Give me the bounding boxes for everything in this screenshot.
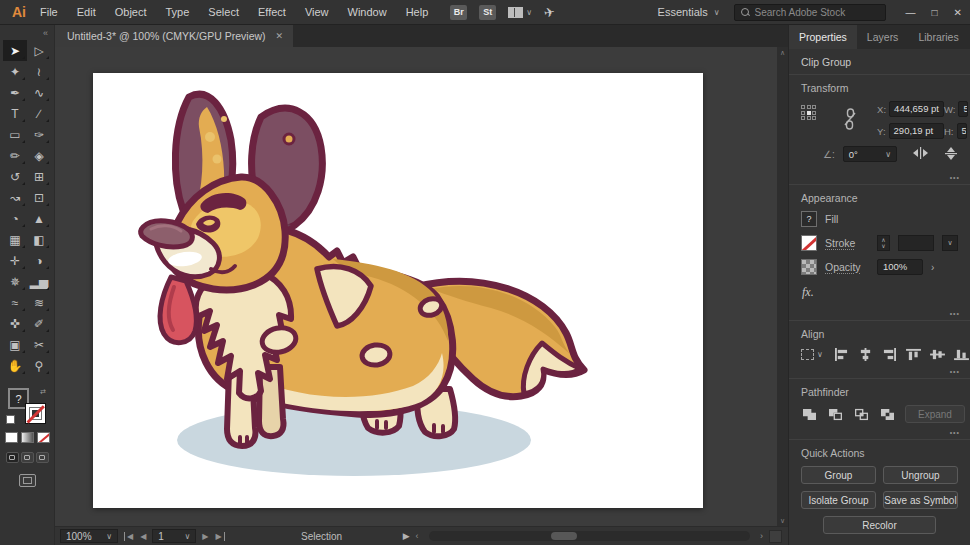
rotate-tool[interactable]: ↺ (3, 166, 27, 187)
workspace-switcher[interactable]: Essentials ∨ (658, 6, 720, 18)
arrange-documents-button[interactable]: ∨ (508, 7, 532, 18)
stroke-weight-dropdown[interactable]: ∨ (942, 235, 958, 251)
scale-tool[interactable]: ⊞ (27, 166, 51, 187)
menu-select[interactable]: Select (208, 6, 239, 18)
slice-tool[interactable]: ✂ (27, 334, 51, 355)
appearance-more-options[interactable]: ••• (950, 310, 960, 317)
eraser-tool[interactable]: ◈ (27, 145, 51, 166)
width-tool[interactable]: ↝ (3, 187, 27, 208)
type-tool[interactable]: T (3, 103, 27, 124)
status-menu-arrow-icon[interactable]: ▶ (403, 531, 410, 541)
perspective-grid-tool[interactable]: ▲ (27, 208, 51, 229)
constrain-proportions-toggle[interactable] (844, 108, 856, 132)
first-artboard-button[interactable]: ◀ (124, 532, 133, 541)
tab-layers[interactable]: Layers (857, 25, 909, 49)
magic-wand-tool[interactable]: ✦ (3, 61, 27, 82)
pathfinder-more-options[interactable]: ••• (950, 429, 960, 436)
paintbrush-tool[interactable]: ✑ (27, 124, 51, 145)
horizontal-scrollbar[interactable] (429, 531, 750, 541)
horizontal-scrollbar-thumb[interactable] (551, 532, 577, 540)
menu-view[interactable]: View (305, 6, 329, 18)
menu-file[interactable]: File (40, 6, 58, 18)
width-field[interactable]: 510,268 pt (958, 101, 968, 117)
exclude-button[interactable] (879, 407, 896, 422)
stroke-weight-stepper[interactable]: ∧∨ (877, 235, 890, 251)
minimize-button[interactable]: — (906, 7, 916, 18)
effects-button[interactable]: fx. (802, 285, 814, 300)
corgi-illustration[interactable] (93, 73, 703, 508)
stroke-color-swatch[interactable] (25, 403, 46, 424)
isolate-group-button[interactable]: Isolate Group (801, 491, 876, 509)
lasso-tool[interactable]: ≀ (27, 61, 51, 82)
color-button[interactable] (5, 432, 18, 443)
vertical-scrollbar[interactable]: ∧ ∨ (777, 47, 788, 526)
blend-tool[interactable]: ◑ (27, 250, 51, 271)
shape-builder-tool[interactable]: ◔ (3, 208, 27, 229)
menu-object[interactable]: Object (115, 6, 147, 18)
maximize-button[interactable]: □ (932, 7, 938, 18)
stroke-weight-field[interactable] (898, 235, 934, 251)
tab-close-icon[interactable]: ✕ (276, 31, 284, 41)
ungroup-button[interactable]: Ungroup (883, 466, 958, 484)
reference-point-locator[interactable] (801, 105, 823, 120)
gradient-tool[interactable]: ◧ (27, 229, 51, 250)
menu-edit[interactable]: Edit (77, 6, 96, 18)
blob-brush-tool[interactable]: ✐ (27, 313, 51, 334)
collapse-tools-button[interactable]: « (43, 28, 48, 38)
mesh-tool[interactable]: ▦ (3, 229, 27, 250)
gradient-button[interactable] (21, 432, 34, 443)
puppet-warp-tool[interactable]: ✜ (3, 313, 27, 334)
app-logo[interactable]: Ai (12, 4, 26, 20)
save-as-symbol-button[interactable]: Save as Symbol (883, 491, 958, 509)
stock-button[interactable]: St (479, 5, 496, 20)
draw-normal-mode-button[interactable] (6, 452, 19, 463)
stroke-label[interactable]: Stroke (825, 237, 869, 249)
artboard-number-select[interactable]: 1 ∨ (152, 529, 196, 543)
stroke-swatch[interactable] (801, 235, 817, 251)
height-field[interactable]: 510,27 pt (957, 123, 967, 139)
draw-inside-mode-button[interactable] (36, 452, 49, 463)
tab-properties[interactable]: Properties (789, 25, 857, 49)
tab-libraries[interactable]: Libraries (908, 25, 968, 49)
menu-type[interactable]: Type (166, 6, 190, 18)
share-icon[interactable]: ✈ (543, 4, 557, 21)
recolor-button[interactable]: Recolor (823, 516, 936, 534)
scroll-right-icon[interactable]: › (760, 531, 763, 541)
warp-tool[interactable]: ≈ (3, 292, 27, 313)
column-graph-tool[interactable]: ▂▅ (27, 271, 51, 292)
default-fill-stroke-icon[interactable] (6, 415, 15, 424)
y-field[interactable]: 290,19 pt (889, 123, 944, 139)
pasteboard[interactable]: ∧ ∨ (55, 47, 788, 526)
flip-horizontal-button[interactable] (913, 147, 928, 161)
artboard-tool[interactable]: ▣ (3, 334, 27, 355)
change-screen-mode-button[interactable] (19, 474, 36, 487)
zoom-level-select[interactable]: 100% ∨ (60, 529, 118, 543)
line-segment-tool[interactable]: ∕ (27, 103, 51, 124)
hand-tool[interactable]: ✋ (3, 355, 27, 376)
artboard[interactable] (93, 73, 703, 508)
minus-front-button[interactable] (827, 407, 844, 422)
opacity-label[interactable]: Opacity (825, 261, 869, 273)
flip-vertical-button[interactable] (944, 147, 958, 162)
group-button[interactable]: Group (801, 466, 876, 484)
vertical-align-bottom-button[interactable] (953, 347, 970, 362)
wrinkle-tool[interactable]: ≋ (27, 292, 51, 313)
rotation-angle-select[interactable]: 0° ∨ (843, 146, 897, 162)
stock-search-box[interactable] (734, 4, 886, 21)
opacity-field[interactable]: 100% (877, 259, 923, 275)
intersect-button[interactable] (853, 407, 870, 422)
swap-fill-stroke-icon[interactable]: ⇄ (40, 388, 46, 396)
symbol-sprayer-tool[interactable]: ✵ (3, 271, 27, 292)
x-field[interactable]: 444,659 pt (889, 101, 944, 117)
close-button[interactable]: ✕ (954, 7, 962, 18)
align-more-options[interactable]: ••• (950, 368, 960, 375)
zoom-tool[interactable]: ⚲ (27, 355, 51, 376)
menu-effect[interactable]: Effect (258, 6, 286, 18)
transform-more-options[interactable]: ••• (950, 174, 960, 181)
scroll-up-icon[interactable]: ∧ (780, 49, 785, 56)
vertical-align-top-button[interactable] (905, 347, 922, 362)
rectangle-tool[interactable]: ▭ (3, 124, 27, 145)
pen-tool[interactable]: ✒ (3, 82, 27, 103)
selection-tool[interactable]: ➤ (3, 40, 27, 61)
fill-swatch[interactable]: ? (801, 211, 817, 227)
